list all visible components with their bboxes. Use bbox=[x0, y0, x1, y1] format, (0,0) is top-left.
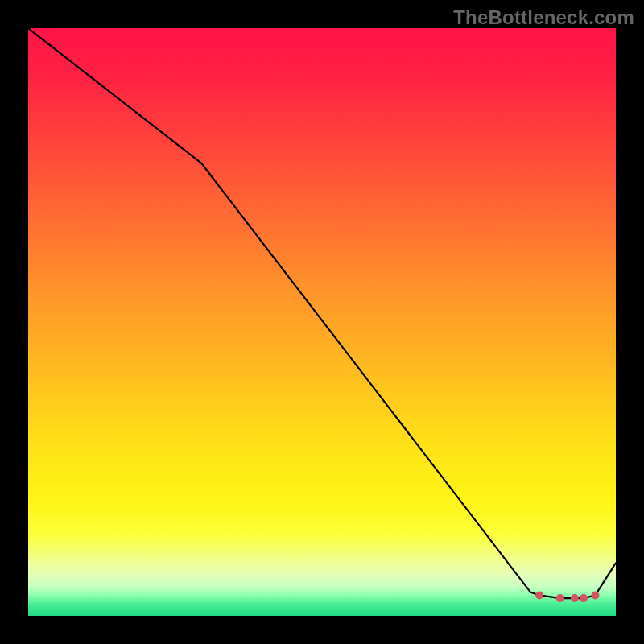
plot-area bbox=[28, 28, 616, 616]
marker-point bbox=[580, 594, 588, 602]
watermark-text: TheBottleneck.com bbox=[453, 6, 634, 29]
marker-point bbox=[591, 591, 599, 599]
plot-svg bbox=[28, 28, 616, 616]
chart-container: TheBottleneck.com bbox=[0, 0, 644, 644]
gradient-background bbox=[28, 28, 616, 616]
marker-point bbox=[535, 591, 543, 599]
marker-point bbox=[571, 594, 579, 602]
marker-point bbox=[556, 594, 564, 602]
